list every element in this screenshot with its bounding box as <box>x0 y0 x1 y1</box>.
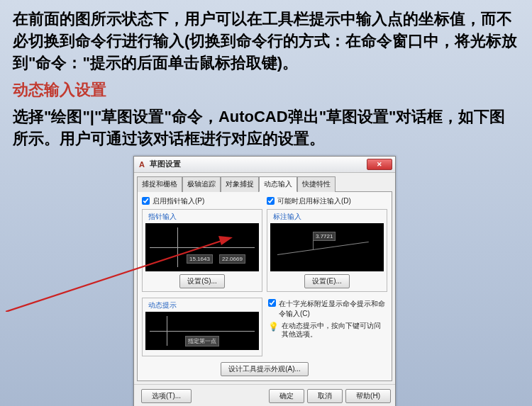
dim-input-legend: 标注输入 <box>272 212 303 222</box>
dim-value-box: 3.7721 <box>313 232 336 241</box>
tab-strip: 捕捉和栅格 极轴追踪 对象捕捉 动态输入 快捷特性 <box>134 173 395 191</box>
dynamic-prompt-group: 动态提示 指定第一点 <box>142 298 262 356</box>
dynamic-prompt-legend: 动态提示 <box>147 300 178 310</box>
ok-button[interactable]: 确定 <box>269 389 304 403</box>
lightbulb-icon: 💡 <box>268 322 279 333</box>
design-tooltip-appearance-button[interactable]: 设计工具提示外观(A)... <box>221 362 309 376</box>
tab-panel: 启用指针输入(P) 指针输入 15.1643 22.0669 设置(S)... <box>137 191 392 381</box>
tip-row: 💡 在动态提示中，按向下键可访问其他选项。 <box>268 322 386 339</box>
pointer-input-check[interactable] <box>142 197 150 205</box>
enable-dim-input-checkbox[interactable]: 可能时启用标注输入(D) <box>267 196 387 206</box>
tab-polar[interactable]: 极轴追踪 <box>182 176 221 192</box>
dim-input-settings-button[interactable]: 设置(E)... <box>304 274 350 288</box>
paragraph-2: 选择"绘图"|"草图设置"命令，AutoCAD弹出"草图设置"对话框，如下图所示… <box>13 106 519 150</box>
close-icon: ✕ <box>377 161 382 168</box>
show-prompt-label: 在十字光标附近显示命令提示和命令输入(C) <box>279 299 386 319</box>
intro-paragraph: 在前面的图所示状态下，用户可以在工具栏提示中输入点的坐标值，而不必切换到命令行进… <box>13 9 519 74</box>
tab-dynamic-input[interactable]: 动态输入 <box>259 176 297 192</box>
dynamic-prompt-preview: 指定第一点 <box>145 312 259 350</box>
drafting-settings-dialog: A 草图设置 ✕ 捕捉和栅格 极轴追踪 对象捕捉 动态输入 快捷特性 启用指针输… <box>133 156 396 406</box>
tip-text: 在动态提示中，按向下键可访问其他选项。 <box>282 322 386 339</box>
help-button[interactable]: 帮助(H) <box>345 389 391 403</box>
tab-osnap[interactable]: 对象捕捉 <box>221 176 259 192</box>
pointer-input-group: 指针输入 15.1643 22.0669 设置(S)... <box>142 209 262 292</box>
prompt-text-box: 指定第一点 <box>185 336 219 346</box>
enable-pointer-input-checkbox[interactable]: 启用指针输入(P) <box>142 196 262 206</box>
dim-input-label: 可能时启用标注输入(D) <box>277 196 351 206</box>
tab-quick-props[interactable]: 快捷特性 <box>297 176 336 192</box>
section-heading: 动态输入设置 <box>13 79 519 101</box>
dim-input-preview: 3.7721 <box>270 223 384 271</box>
show-prompt-near-crosshair-checkbox[interactable]: 在十字光标附近显示命令提示和命令输入(C) <box>268 299 386 319</box>
pointer-input-legend: 指针输入 <box>147 212 178 222</box>
cancel-button[interactable]: 取消 <box>307 389 343 403</box>
show-prompt-check[interactable] <box>268 299 276 307</box>
options-button[interactable]: 选项(T)... <box>141 389 192 403</box>
pointer-input-settings-button[interactable]: 设置(S)... <box>179 274 225 288</box>
pointer-input-label: 启用指针输入(P) <box>153 196 204 206</box>
coord-x-box: 15.1643 <box>187 254 213 264</box>
dialog-title: 草图设置 <box>150 159 367 169</box>
tab-snap-grid[interactable]: 捕捉和栅格 <box>137 176 182 192</box>
dim-input-group: 标注输入 3.7721 设置(E)... <box>267 209 387 292</box>
dim-input-check[interactable] <box>267 197 275 205</box>
app-icon: A <box>137 159 147 169</box>
close-button[interactable]: ✕ <box>367 159 392 170</box>
dialog-titlebar[interactable]: A 草图设置 ✕ <box>134 157 395 173</box>
dialog-footer: 选项(T)... 确定 取消 帮助(H) <box>134 384 395 406</box>
pointer-input-preview: 15.1643 22.0669 <box>145 223 259 271</box>
coord-y-box: 22.0669 <box>219 254 245 264</box>
